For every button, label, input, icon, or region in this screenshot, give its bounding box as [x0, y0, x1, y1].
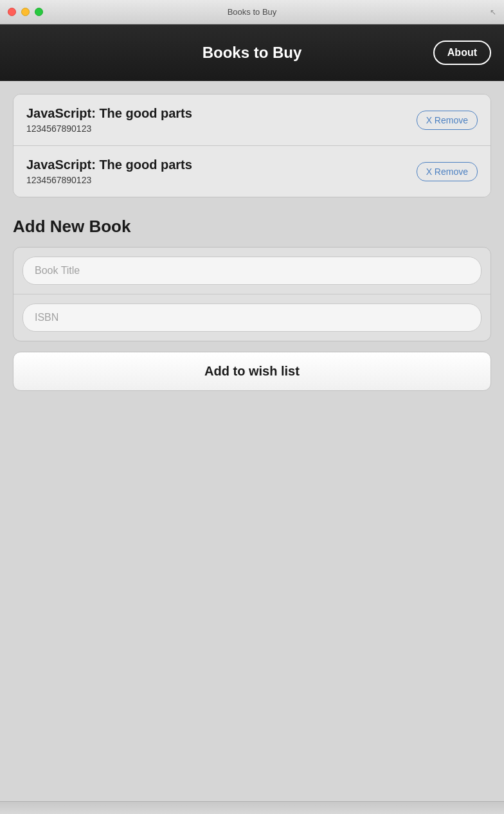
window-title: Books to Buy	[228, 7, 277, 17]
window-controls	[8, 8, 43, 16]
remove-button-1[interactable]: X Remove	[417, 162, 478, 181]
book-title-input[interactable]	[22, 257, 482, 285]
close-button[interactable]	[8, 8, 16, 16]
books-list: JavaScript: The good parts 1234567890123…	[13, 94, 491, 197]
add-section-heading: Add New Book	[13, 217, 491, 237]
book-title: JavaScript: The good parts	[26, 158, 192, 172]
book-isbn: 1234567890123	[26, 123, 192, 134]
title-field-wrapper	[14, 248, 491, 294]
about-button[interactable]: About	[433, 41, 491, 65]
remove-button-0[interactable]: X Remove	[417, 111, 478, 130]
book-isbn: 1234567890123	[26, 175, 192, 185]
bottom-bar	[0, 801, 504, 814]
nav-bar: Books to Buy About	[0, 24, 504, 81]
book-item: JavaScript: The good parts 1234567890123…	[14, 146, 491, 197]
isbn-field-wrapper	[14, 294, 491, 341]
title-bar: Books to Buy ↖	[0, 0, 504, 24]
resize-icon: ↖	[490, 8, 496, 17]
main-content: JavaScript: The good parts 1234567890123…	[0, 81, 504, 404]
add-to-wishlist-button[interactable]: Add to wish list	[13, 352, 491, 391]
nav-title: Books to Buy	[203, 44, 302, 62]
book-title: JavaScript: The good parts	[26, 106, 192, 121]
add-form	[13, 247, 491, 341]
minimize-button[interactable]	[21, 8, 30, 16]
isbn-input[interactable]	[22, 303, 482, 332]
book-info: JavaScript: The good parts 1234567890123	[26, 158, 192, 185]
book-info: JavaScript: The good parts 1234567890123	[26, 106, 192, 134]
maximize-button[interactable]	[35, 8, 43, 16]
book-item: JavaScript: The good parts 1234567890123…	[14, 95, 491, 146]
